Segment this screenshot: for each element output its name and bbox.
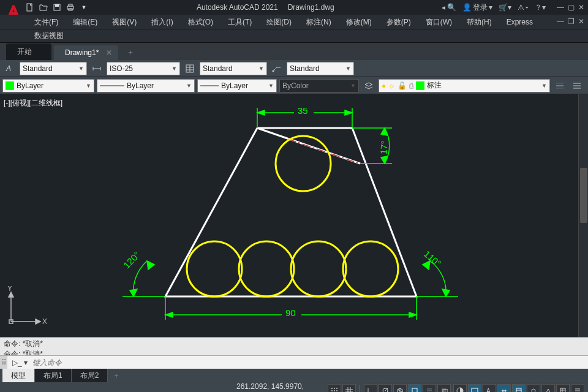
menu-tools[interactable]: 工具(T): [221, 15, 259, 29]
dim-diag-text: 17°: [378, 140, 390, 155]
dim-top-text: 35: [298, 105, 308, 116]
open-icon[interactable]: [38, 2, 49, 13]
tablestyle-value: Standard: [203, 64, 233, 73]
clean-screen-button[interactable]: [556, 384, 570, 392]
layer-match-icon[interactable]: [570, 79, 584, 92]
svg-marker-43: [9, 292, 13, 297]
command-input[interactable]: [32, 358, 588, 367]
tab-start[interactable]: 开始: [6, 43, 51, 60]
mdi-minimize[interactable]: —: [557, 17, 564, 26]
plotstyle-value: ByColor: [282, 81, 309, 90]
menu-express[interactable]: Express: [499, 15, 540, 29]
menu-file[interactable]: 文件(F): [27, 15, 66, 29]
save-icon[interactable]: [51, 2, 62, 13]
customize-button[interactable]: [571, 384, 584, 392]
search-icon[interactable]: ◂ 🔍: [442, 3, 456, 12]
login-button[interactable]: 👤 登录 ▾: [462, 2, 492, 13]
menu-help[interactable]: 帮助(H): [459, 15, 499, 29]
layer-dropdown[interactable]: ● ☼ 🔓 ⎙ 标注▼: [379, 79, 550, 92]
osnap-button[interactable]: [408, 384, 421, 392]
dimstyle-icon[interactable]: [89, 62, 104, 75]
svg-point-45: [331, 388, 333, 389]
separator: [360, 385, 360, 392]
mlstyle-icon[interactable]: [270, 62, 284, 75]
command-grip-icon[interactable]: ⠿: [0, 356, 7, 369]
print-icon[interactable]: [65, 2, 76, 13]
app-name: Autodesk AutoCAD 2021: [197, 3, 278, 12]
svg-text:A: A: [6, 64, 11, 73]
menu-view[interactable]: 视图(V): [105, 15, 144, 29]
layout-add-button[interactable]: ＋: [108, 371, 125, 381]
layer-manager-icon[interactable]: [361, 79, 376, 92]
drawing-canvas[interactable]: [-][俯视][二维线框] 35: [0, 94, 588, 337]
lineweight-display-button[interactable]: [423, 384, 436, 392]
color-dropdown[interactable]: ByLayer▼: [2, 79, 94, 92]
new-icon[interactable]: [24, 2, 36, 13]
svg-line-12: [288, 139, 358, 163]
tablestyle-dropdown[interactable]: Standard▼: [200, 62, 267, 75]
mdi-close[interactable]: ✕: [578, 17, 584, 26]
menu-draw[interactable]: 绘图(D): [259, 15, 299, 29]
annotation-monitor-button[interactable]: [468, 384, 481, 392]
dim-bottom-text: 90: [285, 307, 296, 318]
transparency-button[interactable]: [437, 384, 451, 392]
hardware-accel-button[interactable]: [541, 384, 555, 392]
polar-button[interactable]: [379, 384, 392, 392]
coordinates-readout: 261.2092, 145.9970, 0.0000: [236, 382, 325, 392]
help-icon[interactable]: ？▾: [535, 2, 546, 13]
textstyle-icon[interactable]: A: [2, 62, 17, 75]
maximize-button[interactable]: ▢: [568, 3, 575, 12]
plotstyle-dropdown[interactable]: ByColor▼: [279, 79, 359, 92]
cart-icon[interactable]: 🛒▾: [499, 3, 511, 12]
color-swatch-icon: [6, 81, 14, 90]
layout-2[interactable]: 布局2: [72, 369, 108, 382]
tablestyle-icon[interactable]: [183, 62, 197, 75]
isolate-objects-button[interactable]: [527, 384, 540, 392]
annotation-scale-button[interactable]: A: [483, 384, 496, 392]
mdi-restore[interactable]: ❐: [568, 17, 575, 26]
minimize-button[interactable]: —: [557, 3, 564, 12]
menu-insert[interactable]: 插入(I): [144, 15, 180, 29]
ortho-button[interactable]: [364, 384, 377, 392]
workspace-button[interactable]: [453, 384, 467, 392]
qat-chevron-icon[interactable]: ▼: [78, 2, 89, 13]
svg-rect-55: [412, 388, 417, 392]
lineweight-dropdown[interactable]: ByLayer▼: [197, 79, 277, 92]
share-icon[interactable]: ⩚▾: [518, 3, 529, 12]
layout-model[interactable]: 模型: [2, 369, 35, 382]
isodraft-button[interactable]: [393, 384, 407, 392]
grid-display-button[interactable]: [342, 384, 356, 392]
scrollbar-thumb[interactable]: [580, 168, 587, 223]
mlstyle-dropdown[interactable]: Standard▼: [287, 62, 354, 75]
close-icon[interactable]: ✕: [106, 48, 112, 57]
layer-lock-icon: 🔓: [398, 81, 407, 90]
menu-window[interactable]: 窗口(W): [418, 15, 459, 29]
menu-edit[interactable]: 编辑(E): [66, 15, 105, 29]
linetype-dropdown[interactable]: ByLayer▼: [97, 79, 195, 92]
menu-param[interactable]: 参数(P): [379, 15, 418, 29]
titlebar: ▼ Autodesk AutoCAD 2021 Drawing1.dwg ◂ 🔍…: [0, 0, 588, 15]
quick-properties-button[interactable]: [512, 384, 526, 392]
menu-format[interactable]: 格式(O): [181, 15, 221, 29]
svg-point-17: [343, 241, 398, 296]
svg-point-50: [336, 390, 337, 391]
svg-marker-21: [257, 110, 265, 115]
units-button[interactable]: [497, 384, 511, 392]
textstyle-dropdown[interactable]: Standard▼: [20, 62, 87, 75]
dimstyle-dropdown[interactable]: ISO-25▼: [107, 62, 180, 75]
command-line: ⠿ ▷_ ▾: [0, 355, 588, 369]
command-prompt-icon[interactable]: ▷_ ▾: [7, 358, 32, 367]
ucs-icon: X Y: [4, 286, 47, 331]
menu-dimension[interactable]: 标注(N): [299, 15, 339, 29]
layer-iso-icon[interactable]: [552, 79, 567, 92]
tab-drawing1[interactable]: Drawing1*✕: [54, 45, 118, 60]
layout-tabs: 模型 布局1 布局2 ＋: [0, 369, 588, 382]
new-tab-button[interactable]: ＋: [121, 45, 140, 60]
dim-leftangle-text: 120°: [121, 249, 142, 270]
layout-1[interactable]: 布局1: [35, 369, 72, 382]
menu-modify[interactable]: 修改(M): [339, 15, 379, 29]
menu-dataview[interactable]: 数据视图: [27, 31, 71, 41]
scrollbar-vertical[interactable]: [578, 94, 588, 337]
close-button[interactable]: ✕: [578, 3, 584, 12]
snap-grid-button[interactable]: [328, 384, 341, 392]
